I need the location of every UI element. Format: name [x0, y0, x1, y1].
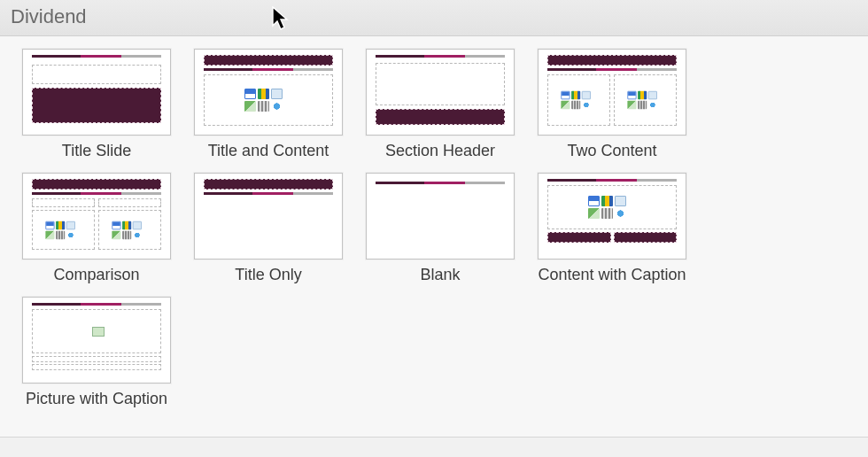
layout-label: Two Content [567, 142, 656, 160]
layout-thumbnail [22, 173, 171, 259]
layout-label: Section Header [385, 142, 495, 160]
slide-layout-panel: Dividend Title Slide [0, 0, 868, 457]
layout-thumbnail [194, 49, 343, 136]
duplicate-slide-action[interactable]: Duplicate Slide [35, 450, 868, 457]
layout-label: Blank [420, 266, 460, 284]
layout-label: Picture with Caption [26, 390, 167, 408]
theme-header: Dividend [0, 0, 868, 36]
theme-name: Dividend [11, 5, 87, 27]
layout-content-with-caption[interactable]: Content with Caption [526, 173, 698, 284]
layout-thumbnail [194, 173, 343, 259]
layout-comparison[interactable]: Comparison [11, 173, 182, 284]
layout-picture-with-caption[interactable]: Picture with Caption [11, 297, 182, 408]
actions-section: Duplicate Slide Outline... Reuse Slides.… [0, 437, 868, 457]
layout-label: Comparison [53, 266, 139, 284]
layout-gallery: Title Slide Title and Content [0, 36, 868, 437]
layout-label: Title Slide [62, 142, 131, 160]
layout-two-content[interactable]: Two Content [526, 49, 698, 160]
layout-thumbnail [366, 173, 515, 259]
layout-thumbnail [538, 173, 686, 259]
layout-title-slide[interactable]: Title Slide [11, 49, 182, 160]
layout-label: Title Only [235, 266, 301, 284]
layout-thumbnail [366, 49, 515, 136]
layout-title-and-content[interactable]: Title and Content [182, 49, 354, 160]
layout-label: Title and Content [208, 142, 329, 160]
picture-icon [92, 327, 105, 337]
layout-title-only[interactable]: Title Only [182, 173, 354, 284]
layout-thumbnail [22, 49, 171, 136]
layout-thumbnail [22, 297, 171, 383]
layout-blank[interactable]: Blank [354, 173, 526, 284]
layout-section-header[interactable]: Section Header [354, 49, 526, 160]
layout-thumbnail [538, 49, 686, 136]
layout-label: Content with Caption [538, 266, 686, 284]
